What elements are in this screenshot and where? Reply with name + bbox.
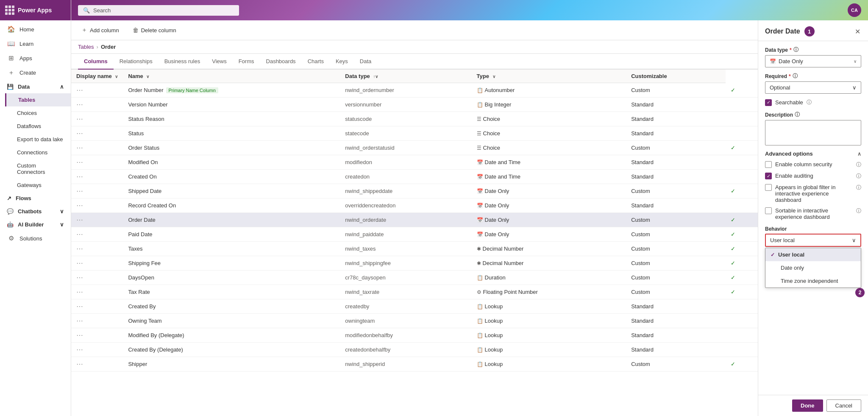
row-dots[interactable]: ⋯ [76,274,84,281]
behavior-option-timezone-independent[interactable]: Time zone independent [765,274,861,288]
grid-icon[interactable] [5,6,14,15]
add-column-button[interactable]: ＋ Add column [78,25,122,36]
row-dots[interactable]: ⋯ [76,332,84,339]
behavior-option-date-only[interactable]: Date only [765,261,861,274]
table-row[interactable]: ⋯Created By (Delegate)createdonbehalfby📋… [71,343,758,357]
row-dots[interactable]: ⋯ [76,260,84,267]
table-row[interactable]: ⋯Created Bycreatedby📋LookupStandard [71,299,758,314]
searchable-info-icon[interactable]: ⓘ [807,99,812,106]
behavior-dropdown[interactable]: User local ∨ [765,234,861,247]
col-header-display-name[interactable]: Display name ∨ [71,70,123,83]
row-dots[interactable]: ⋯ [76,317,84,324]
row-dots[interactable]: ⋯ [76,360,84,368]
tab-business-rules[interactable]: Business rules [159,54,206,70]
col-header-data-type[interactable]: Data type ↑∨ [340,70,471,83]
sidebar-item-gateways[interactable]: Gateways [5,179,71,192]
delete-column-button[interactable]: 🗑 Delete column [129,25,180,35]
sidebar-item-choices[interactable]: Choices [5,106,71,120]
tab-dashboards[interactable]: Dashboards [260,54,302,70]
sidebar-item-learn[interactable]: 📖 Learn [0,36,71,51]
description-info-icon[interactable]: ⓘ [795,111,800,118]
cancel-button[interactable]: Cancel [826,399,861,412]
row-dots[interactable]: ⋯ [76,187,84,195]
row-dots[interactable]: ⋯ [76,87,84,94]
global-filter-info[interactable]: ⓘ [856,184,861,191]
done-button[interactable]: Done [792,399,823,412]
sidebar-item-solutions[interactable]: ⚙ Solutions [0,231,71,246]
row-dots[interactable]: ⋯ [76,216,84,223]
table-row[interactable]: ⋯Modified Onmodifiedon📅Date and TimeStan… [71,155,758,170]
table-row[interactable]: ⋯Shipped Datenwind_shippeddate📅Date Only… [71,184,758,198]
breadcrumb-tables[interactable]: Tables [78,44,94,50]
sidebar-item-tables[interactable]: Tables [5,93,71,106]
global-filter-checkbox[interactable] [765,184,772,191]
row-dots[interactable]: ⋯ [76,115,84,123]
sidebar-section-data[interactable]: 💾 Data ∧ [0,80,71,93]
table-row[interactable]: ⋯Version Numberversionnumber📋Big Integer… [71,98,758,112]
sidebar-item-export[interactable]: Export to data lake [5,133,71,146]
sidebar-item-dataflows[interactable]: Dataflows [5,120,71,133]
row-dots[interactable]: ⋯ [76,101,84,108]
table-row[interactable]: ⋯Owning Teamowningteam📋LookupStandard [71,314,758,328]
tab-charts[interactable]: Charts [302,54,330,70]
row-dots[interactable]: ⋯ [76,288,84,296]
sidebar-section-chatbots[interactable]: 💬 Chatbots ∨ [0,205,71,218]
panel-close-button[interactable]: ✕ [854,27,861,36]
row-dots[interactable]: ⋯ [76,130,84,137]
table-row[interactable]: ⋯Status Reasonstatuscode☰ChoiceStandard [71,112,758,126]
row-dots[interactable]: ⋯ [76,144,84,151]
row-dots[interactable]: ⋯ [76,231,84,238]
column-security-info[interactable]: ⓘ [856,161,861,168]
row-dots[interactable]: ⋯ [76,202,84,209]
sidebar-item-home[interactable]: 🏠 Home [0,22,71,36]
sortable-checkbox[interactable] [765,207,772,214]
sidebar-item-create[interactable]: ＋ Create [0,65,71,80]
sortable-info[interactable]: ⓘ [856,207,861,215]
tab-relationships[interactable]: Relationships [114,54,159,70]
description-textarea[interactable] [765,120,861,145]
table-row[interactable]: ⋯DaysOpencr78c_daysopen📋DurationCustom✓ [71,271,758,285]
searchable-checkbox[interactable] [765,99,772,106]
data-type-icon: ✱ [477,260,481,266]
sidebar-item-apps[interactable]: ⊞ Apps [0,51,71,65]
auditing-info[interactable]: ⓘ [856,173,861,180]
table-row[interactable]: ⋯Modified By (Delegate)modifiedonbehalfb… [71,328,758,343]
tab-keys[interactable]: Keys [330,54,354,70]
sidebar-item-custom-connectors[interactable]: Custom Connectors [5,159,71,179]
table-row[interactable]: ⋯Shippernwind_shipperid📋LookupCustom✓ [71,357,758,371]
row-dots[interactable]: ⋯ [76,245,84,252]
col-header-name[interactable]: Name ∨ [123,70,340,83]
sidebar-section-flows[interactable]: ↗ Flows [0,192,71,205]
table-row[interactable]: ⋯Taxesnwind_taxes✱Decimal NumberCustom✓ [71,242,758,256]
tab-data[interactable]: Data [354,54,377,70]
auditing-checkbox[interactable] [765,173,772,179]
row-dots[interactable]: ⋯ [76,303,84,310]
table-row[interactable]: ⋯Order NumberPrimary Name Columnnwind_or… [71,83,758,98]
table-row[interactable]: ⋯Order Datenwind_orderdate📅Date OnlyCust… [71,213,758,227]
delete-icon: 🗑 [133,27,139,34]
search-box[interactable]: 🔍 Search [78,5,239,16]
table-row[interactable]: ⋯Shipping Feenwind_shippingfee✱Decimal N… [71,256,758,271]
data-type-info-icon[interactable]: ⓘ [793,46,798,53]
table-row[interactable]: ⋯Paid Datenwind_paiddate📅Date OnlyCustom… [71,227,758,242]
tab-forms[interactable]: Forms [233,54,260,70]
col-header-type[interactable]: Type ∨ [472,70,626,83]
sidebar-section-ai-builder[interactable]: 🤖 AI Builder ∨ [0,218,71,231]
required-select[interactable]: Optional ∨ [765,81,861,94]
required-info-icon[interactable]: ⓘ [793,73,798,80]
sidebar-item-connections[interactable]: Connections [5,146,71,159]
row-dots[interactable]: ⋯ [76,159,84,166]
advanced-options-toggle[interactable]: Advanced options ∧ [765,151,861,157]
data-type-select[interactable]: 📅 Date Only ∨ [765,55,861,67]
table-row[interactable]: ⋯Record Created Onoverriddencreatedon📅Da… [71,198,758,213]
column-security-checkbox[interactable] [765,161,772,168]
row-dots[interactable]: ⋯ [76,173,84,180]
table-row[interactable]: ⋯Order Statusnwind_orderstatusid☰ChoiceC… [71,141,758,155]
tab-columns[interactable]: Columns [78,54,114,70]
table-row[interactable]: ⋯Tax Ratenwind_taxrate⚙Floating Point Nu… [71,285,758,299]
table-row[interactable]: ⋯Statusstatecode☰ChoiceStandard [71,126,758,141]
tab-views[interactable]: Views [206,54,232,70]
behavior-option-user-local[interactable]: ✓ User local [765,248,861,261]
table-row[interactable]: ⋯Created Oncreatedon📅Date and TimeStanda… [71,170,758,184]
row-dots[interactable]: ⋯ [76,346,84,353]
